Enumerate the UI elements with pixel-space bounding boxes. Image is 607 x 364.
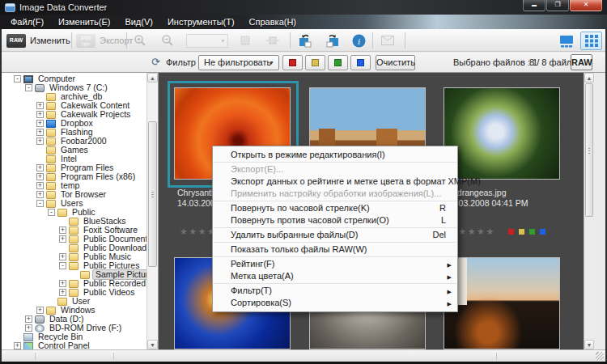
expand-icon[interactable]: +	[59, 280, 66, 287]
context-menu-item-0[interactable]: Открыть в режиме редактирования(I)	[213, 149, 457, 161]
thumbnail-grid-view-icon[interactable]	[580, 32, 602, 50]
tree-item-games[interactable]: Games	[2, 146, 158, 154]
refresh-icon[interactable]: ⟳	[151, 56, 160, 68]
expand-icon[interactable]: +	[59, 235, 66, 243]
rating-stars[interactable]: ★★★★★	[449, 226, 550, 237]
context-menu-item-13[interactable]: Рейтинг(F)▶	[213, 258, 457, 270]
expand-icon[interactable]: +	[59, 289, 66, 296]
filter-dropdown[interactable]: Не фильтровать ▼	[198, 55, 279, 70]
context-menu-item-14[interactable]: Метка цвета(A)▶	[213, 270, 457, 282]
context-menu-item-9[interactable]: Удалить выбранные файлы(D)Del	[213, 229, 457, 241]
zoom-out-icon[interactable]	[159, 32, 176, 49]
tree-scrollbar[interactable]: ▲ ▼	[146, 73, 158, 349]
expand-icon[interactable]: +	[59, 226, 66, 234]
expand-icon[interactable]: +	[36, 164, 44, 171]
color-label-swatch[interactable]	[508, 229, 514, 235]
expand-icon[interactable]: +	[14, 342, 21, 349]
export-button[interactable]: JPEGTIFF Экспорт	[76, 31, 133, 50]
minimize-button[interactable]: ▬	[523, 0, 545, 11]
fit-to-window-icon[interactable]	[236, 32, 254, 49]
tree-item-control-panel[interactable]: +Control Panel	[2, 341, 158, 349]
folder-icon	[46, 191, 56, 199]
color-label-button-2[interactable]	[328, 55, 348, 70]
edit-button[interactable]: RAW Изменить	[6, 31, 70, 50]
context-menu-item-3[interactable]: Экспорт данных о рейтинге и метке цвета …	[213, 176, 457, 188]
rotate-left-icon[interactable]	[296, 32, 314, 49]
menu-item-label: Повернуть против часовой стрелки(O)	[231, 215, 389, 225]
context-menu-item-16[interactable]: Фильтр(T)▶	[213, 285, 457, 297]
menubar-item-2[interactable]: Вид(V)	[117, 15, 160, 28]
preview-view-icon[interactable]	[555, 32, 577, 50]
expand-icon[interactable]: +	[36, 111, 44, 118]
folder-icon	[46, 164, 56, 172]
context-menu-item-17[interactable]: Сортировка(S)▶	[213, 297, 457, 309]
zoom-level-combobox[interactable]: ▼	[186, 34, 228, 48]
collapse-icon[interactable]: -	[36, 200, 44, 207]
color-label-button-3[interactable]	[350, 55, 371, 70]
expand-icon[interactable]: +	[59, 253, 66, 260]
scroll-down-icon[interactable]: ▼	[147, 340, 158, 349]
scroll-down-icon[interactable]: ▼	[584, 340, 594, 349]
tree-item-public[interactable]: -Public	[2, 208, 158, 217]
folder-icon	[69, 235, 79, 243]
disc-icon	[35, 324, 45, 332]
menubar-item-0[interactable]: Файл(F)	[3, 15, 51, 28]
mail-icon[interactable]	[379, 32, 397, 49]
folder-icon	[46, 155, 56, 163]
rotate-right-icon[interactable]	[324, 32, 342, 49]
menubar-item-4[interactable]: Справка(H)	[242, 15, 304, 28]
color-label-swatch[interactable]	[529, 229, 535, 235]
no-expander	[36, 93, 44, 100]
resize-grip[interactable]	[596, 352, 604, 360]
info-icon[interactable]: i	[350, 32, 367, 49]
expand-icon[interactable]: +	[36, 120, 44, 127]
submenu-arrow-icon: ▶	[448, 259, 452, 271]
context-menu-item-7[interactable]: Повернуть против часовой стрелки(O)L	[213, 214, 457, 226]
close-button[interactable]: ✕	[570, 0, 602, 11]
collapse-icon[interactable]: -	[14, 75, 21, 83]
context-menu-item-11[interactable]: Показать только файлы RAW(W)	[213, 243, 457, 256]
collapse-icon[interactable]: -	[48, 209, 55, 216]
menu-item-label: Экспорт(E)...	[231, 164, 283, 174]
maximize-button[interactable]: ❐	[546, 0, 569, 11]
context-menu-item-4[interactable]: Применить настройку обработки изображени…	[213, 188, 457, 200]
collapse-icon[interactable]: -	[25, 84, 32, 91]
expand-icon[interactable]: +	[36, 102, 44, 109]
zoom-in-icon[interactable]	[131, 32, 149, 49]
expand-icon[interactable]: +	[25, 324, 32, 332]
expand-icon[interactable]: +	[25, 315, 32, 323]
folder-icon	[69, 218, 79, 226]
color-label-button-0[interactable]	[282, 55, 303, 70]
expand-icon[interactable]: +	[36, 138, 44, 145]
menubar-item-1[interactable]: Изменить(E)	[51, 15, 117, 28]
photo-thumbnail[interactable]	[444, 87, 560, 180]
context-menu-item-2[interactable]: Экспорт(E)...	[213, 163, 457, 176]
context-menu-item-6[interactable]: Повернуть по часовой стрелке(K)R	[213, 202, 457, 214]
expand-icon[interactable]: +	[36, 307, 44, 314]
color-label-swatch[interactable]	[540, 229, 545, 235]
raw-only-toggle[interactable]: RAW	[571, 54, 592, 70]
tree-item-program-files-x86-[interactable]: +Program Files (x86)	[2, 172, 158, 181]
clear-filter-button[interactable]: Очистить	[376, 55, 415, 70]
color-label-button-1[interactable]	[305, 55, 325, 70]
scroll-up-icon[interactable]: ▲	[584, 73, 594, 83]
filter-bar: ⟳ Фильтр Не фильтровать ▼ Очистить Выбра…	[2, 53, 605, 73]
tree-scrollbar-thumb[interactable]	[148, 121, 157, 267]
drive-icon	[35, 315, 45, 324]
photo-thumbnail[interactable]	[444, 257, 560, 349]
color-label-swatch[interactable]	[519, 229, 524, 235]
app-window: Image Data Converter ▬ ❐ ✕ Файл(F)Измени…	[0, 0, 607, 364]
folder-icon	[46, 173, 56, 181]
grid-scrollbar-thumb[interactable]	[585, 83, 593, 217]
grid-scrollbar[interactable]: ▲ ▼	[584, 73, 594, 349]
expand-icon[interactable]: +	[36, 129, 44, 136]
menubar-item-3[interactable]: Инструменты(Т)	[160, 15, 242, 28]
actual-size-icon[interactable]	[264, 32, 282, 49]
expand-icon[interactable]: +	[36, 191, 44, 198]
tree-item-public-recorded-tv[interactable]: +Public Recorded TV	[2, 279, 158, 288]
expand-icon[interactable]: +	[36, 182, 44, 189]
tree-item-public-downloads[interactable]: Public Downloads	[2, 243, 158, 252]
scroll-up-icon[interactable]: ▲	[147, 73, 158, 83]
collapse-icon[interactable]: -	[59, 262, 66, 269]
expand-icon[interactable]: +	[36, 173, 44, 180]
